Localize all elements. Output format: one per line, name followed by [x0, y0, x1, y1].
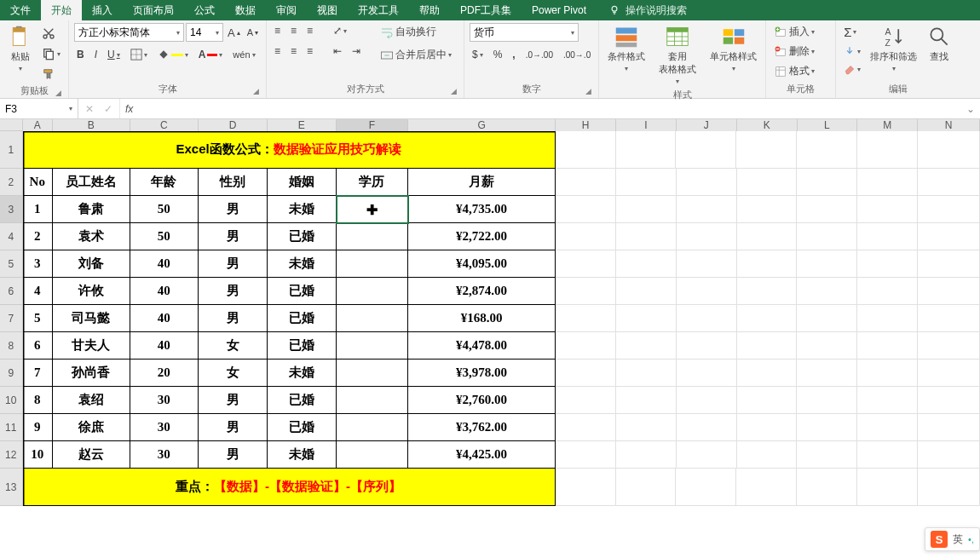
cell[interactable] [737, 278, 798, 305]
table-cell[interactable]: ¥2,760.00 [408, 387, 556, 414]
col-header[interactable]: L [798, 119, 858, 131]
cell[interactable] [677, 278, 737, 305]
col-header[interactable]: J [677, 119, 737, 131]
tab-review[interactable]: 审阅 [266, 0, 307, 20]
dialog-launcher-icon[interactable]: ◢ [55, 89, 61, 97]
table-cell[interactable]: 男 [199, 387, 268, 414]
table-cell[interactable]: 40 [130, 250, 199, 278]
tab-formulas[interactable]: 公式 [184, 0, 225, 20]
cell[interactable] [918, 387, 980, 414]
table-cell[interactable] [337, 250, 409, 278]
cell[interactable] [556, 414, 616, 441]
table-cell[interactable] [337, 360, 409, 387]
select-all-corner[interactable] [0, 119, 23, 131]
cell[interactable] [616, 250, 677, 278]
cell[interactable] [857, 305, 918, 332]
merge-center-button[interactable]: 合并后居中 ▾ [378, 46, 454, 64]
col-header[interactable]: B [53, 119, 130, 131]
table-cell[interactable]: 7 [23, 360, 54, 387]
cell[interactable] [677, 196, 737, 223]
name-box[interactable]: F3▾ [0, 99, 78, 118]
table-header[interactable]: No [23, 169, 54, 196]
table-cell[interactable]: 男 [199, 305, 268, 332]
font-color-button[interactable]: A▾ [196, 47, 226, 62]
decrease-font-button[interactable]: A▾ [245, 26, 261, 39]
autosum-button[interactable]: Σ ▾ [841, 23, 863, 41]
tell-me[interactable]: 操作说明搜索 [597, 0, 687, 20]
table-cell[interactable]: 已婚 [268, 414, 337, 441]
align-left-button[interactable]: ≡ [272, 43, 283, 59]
cell[interactable] [918, 332, 980, 360]
insert-cells-button[interactable]: 插入 ▾ [771, 23, 817, 41]
table-cell[interactable]: 赵云 [53, 441, 130, 469]
find-select-button[interactable]: 查找 [924, 23, 954, 65]
col-header[interactable]: M [857, 119, 918, 131]
cell[interactable] [677, 223, 737, 250]
increase-font-button[interactable]: A▴ [225, 25, 243, 41]
table-cell[interactable]: 未婚 [268, 360, 337, 387]
cell[interactable] [797, 387, 857, 414]
align-bottom-button[interactable]: ≡ [304, 23, 315, 38]
cell[interactable] [737, 223, 798, 250]
cell[interactable] [918, 196, 980, 223]
fill-button[interactable]: ▾ [841, 43, 863, 59]
table-cell[interactable]: 已婚 [268, 278, 337, 305]
dialog-launcher-icon[interactable]: ◢ [585, 87, 591, 95]
table-cell[interactable]: 已婚 [268, 223, 337, 250]
table-cell[interactable]: 10 [23, 441, 54, 469]
row-header[interactable]: 5 [0, 250, 23, 278]
col-header[interactable]: C [130, 119, 199, 131]
cell[interactable] [918, 278, 980, 305]
table-cell[interactable]: 50 [130, 223, 199, 250]
table-cell[interactable]: 男 [199, 414, 268, 441]
format-painter-button[interactable] [39, 66, 63, 83]
row-header[interactable]: 12 [0, 441, 23, 469]
table-header[interactable]: 年龄 [130, 169, 199, 196]
accounting-format-button[interactable]: $ ▾ [470, 47, 486, 62]
cell[interactable] [677, 441, 737, 469]
align-center-button[interactable]: ≡ [288, 43, 299, 59]
footer-cell[interactable]: 重点：【数据】-【数据验证】-【序列】 [23, 469, 556, 506]
cell[interactable] [737, 332, 798, 360]
table-cell[interactable]: 5 [23, 305, 54, 332]
comma-button[interactable]: , [510, 47, 517, 62]
cell[interactable] [797, 278, 857, 305]
cell[interactable] [857, 250, 918, 278]
table-cell[interactable]: 男 [199, 223, 268, 250]
table-cell[interactable]: 袁术 [53, 223, 130, 250]
col-header[interactable]: H [556, 119, 616, 131]
table-cell[interactable]: ✚ [337, 196, 409, 223]
cancel-formula-icon[interactable]: ✕ [85, 103, 94, 115]
cell[interactable] [556, 305, 616, 332]
align-top-button[interactable]: ≡ [272, 23, 283, 38]
cut-button[interactable] [39, 25, 63, 42]
cell[interactable] [797, 469, 857, 506]
cell[interactable] [857, 196, 918, 223]
row-header[interactable]: 4 [0, 223, 23, 250]
table-cell[interactable]: 未婚 [268, 441, 337, 469]
table-cell[interactable]: 6 [23, 332, 54, 360]
table-cell[interactable]: 男 [199, 196, 268, 223]
table-cell[interactable]: 徐庶 [53, 414, 130, 441]
table-cell[interactable]: ¥4,095.00 [408, 250, 556, 278]
table-cell[interactable]: 8 [23, 387, 54, 414]
cell[interactable] [676, 469, 736, 506]
cell[interactable] [616, 441, 677, 469]
cell[interactable] [556, 131, 616, 169]
cell[interactable] [616, 131, 677, 169]
table-cell[interactable] [337, 278, 409, 305]
table-cell[interactable]: ¥4,425.00 [408, 441, 556, 469]
col-header[interactable]: E [268, 119, 337, 131]
cell[interactable] [737, 387, 798, 414]
cell[interactable] [857, 223, 918, 250]
cell[interactable] [737, 441, 798, 469]
cell[interactable] [556, 278, 616, 305]
table-cell[interactable]: 许攸 [53, 278, 130, 305]
row-header[interactable]: 9 [0, 360, 23, 387]
table-header[interactable]: 员工姓名 [53, 169, 130, 196]
cell[interactable] [677, 332, 737, 360]
table-cell[interactable]: 男 [199, 250, 268, 278]
row-header[interactable]: 10 [0, 387, 23, 414]
col-header[interactable]: A [23, 119, 53, 131]
cell[interactable] [918, 169, 980, 196]
